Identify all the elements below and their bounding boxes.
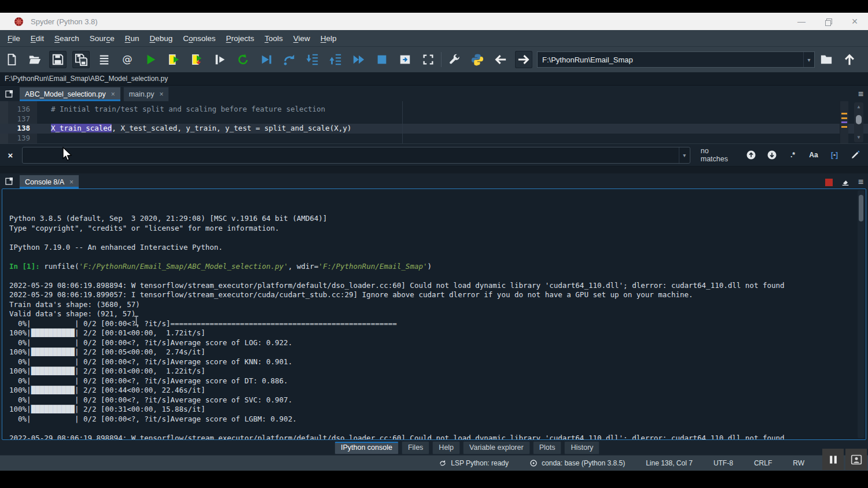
symbol-finder-button[interactable]: @ — [119, 51, 136, 68]
main-toolbar: @ ▾ — [0, 47, 868, 72]
occurrence-flag[interactable] — [841, 121, 847, 123]
conda-icon — [529, 459, 538, 467]
menu-item-search[interactable]: Search — [49, 32, 84, 45]
browse-console-tabs-icon[interactable] — [2, 175, 17, 187]
tabbar-options-icon[interactable]: ≡ — [858, 90, 863, 99]
pane-tab-plots[interactable]: Plots — [533, 441, 562, 454]
clear-console-icon[interactable] — [841, 178, 850, 187]
run-file-button[interactable] — [142, 51, 159, 68]
editor-scrollbar[interactable]: ▲ ▼ — [854, 102, 863, 142]
match-case-toggle-icon[interactable]: Aa — [807, 148, 821, 162]
pane-divider[interactable] — [0, 167, 868, 173]
pane-tab-variable-explorer[interactable]: Variable explorer — [463, 441, 530, 454]
tab-main-py[interactable]: main.py × — [123, 87, 170, 101]
browse-working-directory-button[interactable] — [818, 51, 835, 68]
eol-status-label: CRLF — [754, 459, 772, 467]
pane-tab-files[interactable]: Files — [402, 441, 429, 454]
pane-tab-help[interactable]: Help — [432, 441, 460, 454]
save-all-icon — [75, 53, 87, 66]
readwrite-status-label: RW — [793, 459, 804, 467]
warning-flag[interactable] — [841, 113, 847, 114]
menu-item-run[interactable]: Run — [120, 32, 145, 45]
interrupt-kernel-icon[interactable] — [825, 179, 833, 186]
rerun-icon — [237, 53, 249, 66]
menu-item-edit[interactable]: Edit — [25, 32, 49, 45]
find-previous-icon[interactable] — [744, 148, 758, 162]
navigate-back-button[interactable] — [492, 51, 509, 68]
whole-words-toggle-icon[interactable]: [-] — [827, 148, 841, 162]
menu-item-view[interactable]: View — [288, 32, 315, 45]
close-tab-icon[interactable]: × — [159, 90, 163, 98]
run-cell-advance-button[interactable] — [188, 51, 205, 68]
menu-item-file[interactable]: File — [2, 32, 25, 45]
step-into-button[interactable] — [304, 51, 321, 68]
run-selection-button[interactable] — [211, 51, 229, 68]
line-number: 136 — [0, 105, 37, 114]
restore-button[interactable] — [815, 13, 841, 30]
new-file-button[interactable] — [3, 51, 20, 68]
console-options-icon[interactable]: ≡ — [858, 178, 863, 187]
search-field[interactable]: ▾ — [22, 147, 690, 164]
up-icon — [843, 53, 856, 66]
code-editor[interactable]: 136# Initial train/test split and scalin… — [0, 101, 868, 143]
preferences-button[interactable] — [446, 51, 463, 68]
debug-file-button[interactable] — [258, 51, 275, 68]
rerun-cell-button[interactable] — [234, 51, 252, 68]
close-button[interactable]: × — [841, 13, 868, 30]
warning-flag[interactable] — [841, 126, 847, 128]
debug-continue-button[interactable] — [350, 51, 367, 68]
search-input[interactable] — [23, 151, 679, 160]
find-next-icon[interactable] — [765, 148, 779, 162]
pythonpath-manager-button[interactable] — [469, 51, 486, 68]
pane-tab-ipython-console[interactable]: IPython console — [334, 441, 399, 454]
window-controls: — × — [788, 13, 868, 30]
pause-recording-button[interactable] — [822, 449, 844, 470]
scroll-flag-area[interactable] — [840, 101, 848, 143]
warning-flag[interactable] — [841, 117, 847, 119]
menu-item-debug[interactable]: Debug — [144, 32, 178, 45]
file-switcher-button[interactable] — [95, 51, 113, 68]
pane-tab-history[interactable]: History — [564, 441, 599, 454]
menu-item-consoles[interactable]: Consoles — [178, 32, 220, 45]
console-scrollbar-thumb[interactable] — [859, 195, 863, 221]
tab-abc-model-selection[interactable]: ABC_Model_selection.py × — [19, 87, 121, 101]
step-return-button[interactable] — [327, 51, 344, 68]
console-tab[interactable]: Console 8/A × — [19, 175, 79, 188]
console-scrollbar[interactable] — [858, 190, 865, 438]
debug-stop-button[interactable] — [373, 51, 391, 68]
webcam-button[interactable] — [845, 449, 867, 470]
close-tab-icon[interactable]: × — [111, 90, 115, 98]
step-over-button[interactable] — [281, 51, 298, 68]
combo-dropdown-icon[interactable]: ▾ — [803, 52, 814, 67]
console-body[interactable]: Python 3.8.5 (default, Sep 3 2020, 21:29… — [2, 188, 866, 440]
search-history-dropdown-icon[interactable]: ▾ — [679, 147, 690, 163]
scroll-down-icon[interactable]: ▼ — [854, 135, 863, 140]
open-file-button[interactable] — [26, 51, 43, 68]
navigate-forward-button[interactable] — [515, 51, 532, 68]
status-bar: LSP Python: readyconda: base (Python 3.8… — [0, 455, 868, 471]
menu-item-help[interactable]: Help — [315, 32, 342, 45]
maximize-pane-button[interactable] — [420, 51, 437, 68]
scrollbar-thumb[interactable] — [856, 115, 862, 124]
scroll-up-icon[interactable]: ▲ — [854, 105, 863, 109]
editor-line-138: 138X_train_scaled, X_test_scaled, y_trai… — [0, 124, 868, 134]
close-console-icon[interactable]: × — [69, 178, 73, 186]
working-directory-combo[interactable]: ▾ — [537, 51, 815, 68]
regex-toggle-icon[interactable]: .* — [786, 148, 800, 162]
working-directory-input[interactable] — [538, 56, 803, 64]
run-cell-button[interactable] — [165, 51, 182, 68]
parent-directory-button[interactable] — [841, 51, 858, 68]
menu-item-tools[interactable]: Tools — [259, 32, 288, 45]
close-find-icon[interactable]: × — [6, 150, 15, 160]
menu-item-source[interactable]: Source — [84, 32, 120, 45]
toolbar-separator — [441, 52, 442, 67]
save-file-button[interactable] — [49, 51, 67, 68]
recorder-overlay — [822, 449, 867, 470]
browse-tabs-icon[interactable] — [2, 87, 17, 100]
minimize-button[interactable]: — — [788, 13, 815, 30]
lsp-status-label: LSP Python: ready — [451, 459, 509, 467]
menu-item-projects[interactable]: Projects — [221, 32, 260, 45]
run-external-window-button[interactable] — [396, 51, 414, 68]
highlight-matches-icon[interactable] — [848, 148, 862, 162]
save-all-button[interactable] — [72, 51, 90, 68]
